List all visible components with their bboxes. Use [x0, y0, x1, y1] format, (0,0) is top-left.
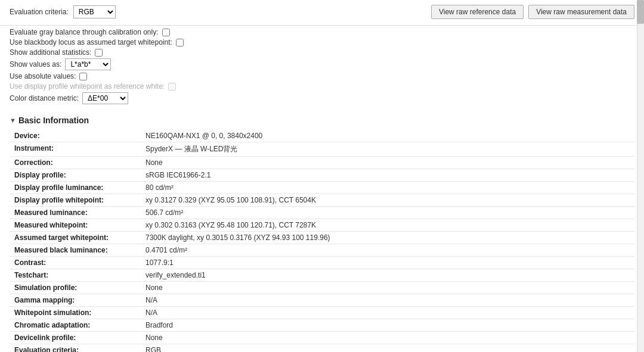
info-label: Measured whitepoint: [10, 219, 141, 232]
info-value: None [141, 332, 634, 344]
table-row: Device: NE160QAM-NX1 @ 0, 0, 3840x2400 [10, 130, 634, 142]
table-row: Assumed target whitepoint: 7300K dayligh… [10, 232, 634, 244]
info-label: Display profile: [10, 169, 141, 182]
table-row: Chromatic adaptation: Bradford [10, 319, 634, 332]
table-row: Testchart: verify_extended.ti1 [10, 269, 634, 282]
table-row: Display profile luminance: 80 cd/m² [10, 182, 634, 194]
top-bar: Evaluation criteria: RGB View raw refere… [0, 0, 644, 26]
additional-stats-checkbox[interactable] [95, 49, 103, 57]
top-row: Evaluation criteria: RGB View raw refere… [10, 5, 634, 19]
info-value: RGB [141, 344, 634, 353]
table-row: Display profile: sRGB IEC61966-2.1 [10, 169, 634, 182]
options-area: Evaluate gray balance through calibratio… [0, 26, 644, 111]
info-label: Display profile luminance: [10, 182, 141, 194]
info-label: Chromatic adaptation: [10, 319, 141, 332]
info-label: Contrast: [10, 257, 141, 269]
basic-info-section: ▼ Basic Information Device: NE160QAM-NX1… [0, 111, 644, 352]
info-value: xy 0.302 0.3163 (XYZ 95.48 100 120.71), … [141, 219, 634, 232]
display-profile-white-label: Use display profile whitepoint as refere… [10, 82, 165, 91]
show-values-select[interactable]: L*a*b* [65, 58, 111, 70]
gray-balance-label: Evaluate gray balance through calibratio… [10, 28, 159, 36]
table-row: Instrument: SpyderX — 液晶 W-LED背光 [10, 142, 634, 157]
info-label: Measured black luminance: [10, 244, 141, 257]
info-value: 80 cd/m² [141, 182, 634, 194]
absolute-values-row: Use absolute values: [10, 72, 634, 80]
view-reference-btn[interactable]: View raw reference data [431, 5, 524, 19]
info-value: 0.4701 cd/m² [141, 244, 634, 257]
buttons-group: View raw reference data View raw measure… [431, 5, 634, 19]
table-row: Display profile whitepoint: xy 0.3127 0.… [10, 194, 634, 207]
info-value: Bradford [141, 319, 634, 332]
info-label: Display profile whitepoint: [10, 194, 141, 207]
color-distance-row: Color distance metric: ΔE*00 [10, 92, 634, 104]
additional-stats-label: Show additional statistics: [10, 48, 91, 57]
color-distance-label: Color distance metric: [10, 94, 79, 102]
show-values-label: Show values as: [10, 60, 61, 68]
additional-stats-row: Show additional statistics: [10, 48, 634, 57]
gray-balance-checkbox[interactable] [162, 29, 170, 36]
info-label: Instrument: [10, 142, 141, 157]
display-profile-white-row: Use display profile whitepoint as refere… [10, 82, 634, 91]
basic-info-title: ▼ Basic Information [10, 116, 634, 125]
table-row: Correction: None [10, 157, 634, 169]
color-distance-select[interactable]: ΔE*00 [82, 92, 128, 104]
eval-criteria-select[interactable]: RGB [73, 5, 116, 18]
info-label: Testchart: [10, 269, 141, 282]
info-label: Simulation profile: [10, 282, 141, 294]
table-row: Gamma mapping: N/A [10, 294, 634, 307]
info-value: None [141, 282, 634, 294]
info-value: xy 0.3127 0.329 (XYZ 95.05 100 108.91), … [141, 194, 634, 207]
eval-row: Evaluation criteria: RGB [10, 5, 116, 18]
info-value: 506.7 cd/m² [141, 207, 634, 219]
show-values-row: Show values as: L*a*b* [10, 58, 634, 70]
table-row: Contrast: 1077.9:1 [10, 257, 634, 269]
info-label: Correction: [10, 157, 141, 169]
gray-balance-row: Evaluate gray balance through calibratio… [10, 28, 634, 36]
table-row: Whitepoint simulation: N/A [10, 307, 634, 319]
info-value: None [141, 157, 634, 169]
table-row: Measured black luminance: 0.4701 cd/m² [10, 244, 634, 257]
table-row: Devicelink profile: None [10, 332, 634, 344]
info-label: Gamma mapping: [10, 294, 141, 307]
info-label: Measured luminance: [10, 207, 141, 219]
info-value: N/A [141, 307, 634, 319]
blackbody-label: Use blackbody locus as assumed target wh… [10, 38, 172, 46]
blackbody-row: Use blackbody locus as assumed target wh… [10, 38, 634, 46]
view-measurement-btn[interactable]: View raw measurement data [528, 5, 634, 19]
info-label: Evaluation criteria: [10, 344, 141, 353]
table-row: Evaluation criteria: RGB [10, 344, 634, 353]
basic-info-table: Device: NE160QAM-NX1 @ 0, 0, 3840x2400 I… [10, 130, 634, 352]
info-value: SpyderX — 液晶 W-LED背光 [141, 142, 634, 157]
table-row: Simulation profile: None [10, 282, 634, 294]
info-label: Devicelink profile: [10, 332, 141, 344]
info-label: Assumed target whitepoint: [10, 232, 141, 244]
info-value: verify_extended.ti1 [141, 269, 634, 282]
info-value: sRGB IEC61966-2.1 [141, 169, 634, 182]
basic-info-triangle-icon: ▼ [10, 117, 16, 124]
display-profile-white-checkbox [168, 83, 176, 91]
table-row: Measured whitepoint: xy 0.302 0.3163 (XY… [10, 219, 634, 232]
info-value: 7300K daylight, xy 0.3015 0.3176 (XYZ 94… [141, 232, 634, 244]
eval-criteria-label: Evaluation criteria: [10, 8, 69, 16]
info-label: Device: [10, 130, 141, 142]
table-row: Measured luminance: 506.7 cd/m² [10, 207, 634, 219]
blackbody-checkbox[interactable] [176, 39, 184, 46]
info-value: N/A [141, 294, 634, 307]
scrollbar[interactable] [637, 0, 644, 352]
absolute-values-checkbox[interactable] [79, 73, 87, 80]
info-label: Whitepoint simulation: [10, 307, 141, 319]
info-value: NE160QAM-NX1 @ 0, 0, 3840x2400 [141, 130, 634, 142]
info-value: 1077.9:1 [141, 257, 634, 269]
scrollbar-thumb[interactable] [637, 0, 644, 24]
absolute-values-label: Use absolute values: [10, 72, 76, 80]
